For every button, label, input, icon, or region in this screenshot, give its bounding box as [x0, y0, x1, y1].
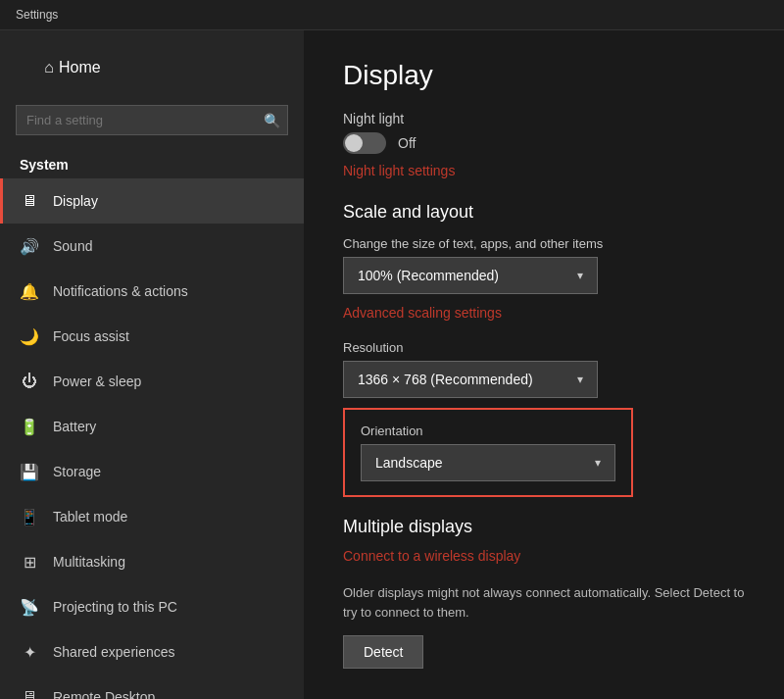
- multitasking-icon: ⊞: [20, 552, 39, 572]
- tablet-icon: 📱: [20, 507, 39, 526]
- resolution-dropdown-value: 1366 × 768 (Recommended): [358, 372, 533, 387]
- sidebar-item-focus[interactable]: 🌙 Focus assist: [0, 314, 304, 359]
- display-icon: 🖥: [20, 191, 39, 211]
- sidebar-item-tablet[interactable]: 📱 Tablet mode: [0, 494, 304, 539]
- notifications-icon: 🔔: [20, 281, 39, 301]
- resolution-dropdown[interactable]: 1366 × 768 (Recommended) ▾: [343, 361, 598, 398]
- toggle-knob: [345, 134, 363, 152]
- battery-icon: 🔋: [20, 417, 39, 436]
- multiple-displays-title: Multiple displays: [343, 517, 745, 537]
- home-label: Home: [59, 59, 101, 76]
- sidebar-item-remote[interactable]: 🖥 Remote Desktop: [0, 674, 304, 699]
- sidebar-item-storage[interactable]: 💾 Storage: [0, 449, 304, 494]
- sidebar-item-label: Multitasking: [53, 554, 125, 570]
- sidebar-item-label: Display: [53, 193, 98, 209]
- orientation-box: Orientation Landscape ▾: [343, 408, 633, 497]
- night-light-state: Off: [398, 135, 416, 151]
- scale-dropdown-label: Change the size of text, apps, and other…: [343, 236, 745, 251]
- sidebar-item-multitasking[interactable]: ⊞ Multitasking: [0, 539, 304, 584]
- sidebar-item-label: Battery: [53, 419, 96, 434]
- orientation-label: Orientation: [361, 424, 615, 438]
- night-light-toggle-row: Off: [343, 132, 745, 154]
- storage-icon: 💾: [20, 462, 39, 481]
- sidebar-header: ⌂ Home: [0, 30, 304, 97]
- sidebar-item-notifications[interactable]: 🔔 Notifications & actions: [0, 269, 304, 314]
- sidebar-item-label: Storage: [53, 464, 101, 479]
- orientation-dropdown[interactable]: Landscape ▾: [361, 444, 615, 481]
- projecting-icon: 📡: [20, 597, 39, 617]
- sidebar-item-label: Projecting to this PC: [53, 599, 177, 615]
- sidebar-section-title: System: [0, 143, 304, 178]
- wireless-display-link[interactable]: Connect to a wireless display: [343, 548, 520, 564]
- sidebar-home-button[interactable]: ⌂ Home: [20, 46, 284, 89]
- scale-dropdown-value: 100% (Recommended): [358, 268, 499, 283]
- home-icon: ⌂: [39, 58, 59, 77]
- sidebar-item-label: Tablet mode: [53, 509, 127, 524]
- sidebar-item-label: Notifications & actions: [53, 283, 188, 299]
- sidebar-item-label: Power & sleep: [53, 374, 141, 389]
- sidebar-item-label: Remote Desktop: [53, 689, 155, 699]
- night-light-settings-link[interactable]: Night light settings: [343, 163, 455, 178]
- night-light-toggle[interactable]: [343, 132, 386, 154]
- night-light-label: Night light: [343, 111, 745, 126]
- sidebar-item-display[interactable]: 🖥 Display: [0, 178, 304, 224]
- sidebar-item-label: Shared experiences: [53, 644, 175, 660]
- description-text: Older displays might not always connect …: [343, 583, 745, 622]
- search-icon: 🔍: [264, 113, 280, 128]
- resolution-dropdown-chevron: ▾: [577, 373, 583, 386]
- detect-button[interactable]: Detect: [343, 635, 423, 669]
- sidebar-item-label: Sound: [53, 238, 92, 254]
- orientation-dropdown-chevron: ▾: [595, 456, 601, 470]
- sidebar-item-shared[interactable]: ✦ Shared experiences: [0, 629, 304, 674]
- sidebar-item-projecting[interactable]: 📡 Projecting to this PC: [0, 584, 304, 629]
- remote-icon: 🖥: [20, 687, 39, 699]
- page-title: Display: [343, 60, 745, 91]
- sidebar-item-sound[interactable]: 🔊 Sound: [0, 224, 304, 269]
- sidebar-search-container: 🔍: [16, 105, 288, 135]
- main-layout: ⌂ Home 🔍 System 🖥 Display 🔊 Sound 🔔 Noti…: [0, 30, 784, 699]
- power-icon: ⏻: [20, 372, 39, 391]
- orientation-dropdown-value: Landscape: [375, 455, 443, 471]
- scale-section-title: Scale and layout: [343, 202, 745, 223]
- sidebar-item-battery[interactable]: 🔋 Battery: [0, 404, 304, 449]
- title-bar: Settings: [0, 0, 784, 30]
- content-area: Display Night light Off Night light sett…: [304, 30, 784, 699]
- scale-dropdown[interactable]: 100% (Recommended) ▾: [343, 257, 598, 294]
- focus-icon: 🌙: [20, 326, 39, 346]
- sidebar: ⌂ Home 🔍 System 🖥 Display 🔊 Sound 🔔 Noti…: [0, 30, 304, 699]
- shared-icon: ✦: [20, 642, 39, 662]
- title-bar-label: Settings: [16, 8, 58, 22]
- advanced-scaling-link[interactable]: Advanced scaling settings: [343, 305, 502, 321]
- resolution-label: Resolution: [343, 340, 745, 355]
- search-input[interactable]: [16, 105, 288, 135]
- sidebar-item-power[interactable]: ⏻ Power & sleep: [0, 359, 304, 404]
- sidebar-item-label: Focus assist: [53, 328, 129, 344]
- sound-icon: 🔊: [20, 236, 39, 256]
- scale-dropdown-chevron: ▾: [577, 269, 583, 282]
